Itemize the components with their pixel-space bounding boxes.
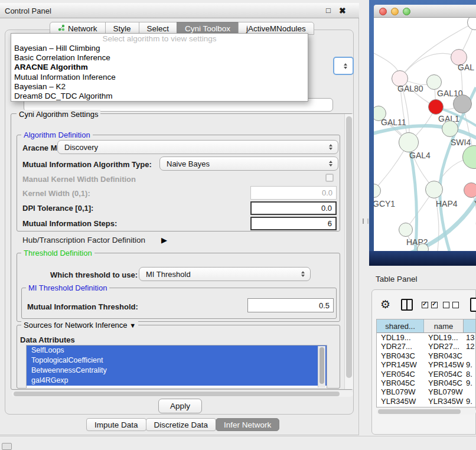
threshold-definition-title: Threshold Definition (21, 249, 94, 257)
table-cell: YBL079W (424, 387, 464, 396)
table-row[interactable]: YBL079WYBL079W (377, 387, 475, 396)
settings-hscrollbar[interactable] (12, 391, 353, 397)
attr-list-vscrollbar-thumb[interactable] (319, 347, 324, 384)
combo-stepper-icon (329, 144, 332, 150)
tab-impute-data[interactable]: Impute Data (86, 418, 146, 431)
tab-label: jActiveMNodules (246, 24, 306, 33)
network-node-gal10[interactable] (426, 74, 442, 90)
combo-stepper-icon (329, 161, 332, 167)
table-cell: 8. (464, 370, 475, 379)
node-label-gcy1: GCY1 (374, 199, 395, 208)
network-node[interactable] (453, 94, 472, 113)
node-table[interactable]: shared... name YDL19...YDL19...13YDR27..… (376, 319, 476, 407)
settings-hscrollbar-thumb[interactable] (14, 392, 340, 396)
attribute-item-betweennesscentrality[interactable]: BetweennessCentrality (27, 366, 327, 376)
deselect-all-checkboxes-icon[interactable] (443, 302, 459, 308)
table-row[interactable]: YBR045CYBR045C9. (377, 379, 475, 387)
algorithm-option-aracne-algorithm[interactable]: ARACNE Algorithm (11, 63, 308, 72)
network-node-gal4[interactable] (399, 132, 419, 152)
manual-kernel-label: Manual Kernel Width Definition (22, 175, 136, 184)
settings-vscrollbar[interactable] (344, 114, 353, 389)
table-hscrollbar-thumb[interactable] (378, 409, 461, 414)
collapsed-panel-button[interactable] (2, 443, 12, 450)
attribute-item-gal4rgexp[interactable]: gal4RGexp (27, 376, 327, 386)
dpi-tolerance-input[interactable]: 0.0 (250, 201, 337, 215)
tab-discretize-data[interactable]: Discretize Data (146, 418, 217, 431)
network-icon (58, 24, 65, 33)
network-window-titlebar[interactable] (374, 5, 476, 18)
network-node[interactable] (417, 243, 429, 251)
attribute-item-topologicalcoefficient[interactable]: TopologicalCoefficient (27, 356, 327, 366)
gear-icon[interactable]: ⚙ (380, 299, 390, 310)
focused-spinner[interactable] (333, 57, 354, 75)
table-cell: YBL079W (377, 387, 424, 396)
algorithm-option-bayesian-hill-climbing[interactable]: Bayesian – Hill Climbing (11, 44, 308, 53)
network-node[interactable] (442, 120, 458, 137)
kernel-width-input[interactable]: 0.0 (250, 186, 337, 200)
column-header-extra[interactable] (464, 319, 475, 333)
table-row[interactable]: YER054CYER054C8. (377, 370, 475, 379)
which-threshold-label: Which threshold to use: (50, 270, 138, 279)
table-row[interactable]: YDR27...YDR27...12 (377, 342, 475, 351)
network-node-gal1[interactable] (428, 99, 444, 115)
cyni-bottom-tabs: Impute DataDiscretize DataInfer Network (86, 418, 279, 431)
algorithm-option-basic-correlation-inference[interactable]: Basic Correlation Inference (11, 53, 308, 63)
mi-type-select[interactable]: Naive Bayes (159, 156, 338, 171)
combo-stepper-icon (301, 271, 305, 277)
table-cell: YDR27... (377, 342, 424, 351)
algorithm-option-bayesian-k2[interactable]: Bayesian – K2 (11, 82, 308, 92)
bottom-strip (0, 436, 476, 450)
network-node-hap4[interactable] (425, 181, 443, 198)
table-row[interactable]: YIL052CYIL052C9. (377, 406, 475, 407)
table-cell: YER054C (377, 370, 424, 379)
table-hscrollbar[interactable] (376, 408, 476, 415)
control-panel-titlebar (0, 3, 359, 18)
document-icon[interactable] (470, 298, 476, 312)
table-row[interactable]: YDL19...YDL19...13 (377, 333, 475, 342)
collapse-arrow-icon[interactable]: ▼ (129, 322, 136, 329)
table-panel-title: Table Panel (376, 275, 418, 283)
table-row[interactable]: YLR345WYLR345W9. (377, 397, 475, 406)
column-header-name[interactable]: name (424, 319, 464, 333)
algorithm-option-mutual-information-inference[interactable]: Mutual Information Inference (11, 73, 308, 82)
network-node-y[interactable] (464, 182, 476, 198)
select-all-checkboxes-icon[interactable] (422, 302, 438, 308)
network-canvas[interactable]: GALGAL80GAL10GAL1GAL11GAL4SWI4GCY1HAP4YH… (374, 18, 476, 251)
mac-zoom-icon[interactable] (403, 8, 410, 15)
table-cell: 12 (464, 342, 475, 351)
algorithm-option-dream8-dc-tdc-algorithm[interactable]: Dream8 DC_TDC Algorithm (11, 92, 308, 101)
table-cell: 9. (464, 406, 475, 407)
column-header-shared[interactable]: shared... (377, 319, 424, 333)
expand-arrow-icon[interactable]: ▶ (161, 236, 167, 244)
close-window-icon[interactable]: ✖ (339, 6, 346, 15)
mac-close-icon[interactable] (379, 8, 387, 15)
which-threshold-value: MI Threshold (146, 270, 191, 279)
table-cell (464, 351, 475, 360)
mi-threshold-input[interactable]: 0.5 (247, 298, 334, 312)
float-window-icon[interactable]: □ (326, 6, 331, 15)
tab-infer-network[interactable]: Infer Network (216, 418, 279, 431)
aracne-mode-select[interactable]: Discovery (57, 140, 338, 154)
panel-divider-grip[interactable] (363, 219, 369, 224)
table-cell: YER054C (424, 370, 464, 379)
table-cell: YBR043C (377, 351, 424, 360)
table-cell: YDL19... (377, 333, 424, 342)
table-row[interactable]: YPR145WYPR145W9. (377, 360, 475, 369)
settings-vscrollbar-thumb[interactable] (346, 116, 352, 378)
table-cell: YBR043C (424, 351, 464, 360)
which-threshold-select[interactable]: MI Threshold (139, 267, 311, 281)
table-row[interactable]: YBR043CYBR043C (377, 351, 475, 360)
sources-group-title[interactable]: Sources for Network Inference ▼ (21, 321, 138, 330)
apply-button[interactable]: Apply (158, 399, 202, 413)
columns-icon[interactable] (401, 299, 413, 311)
attribute-item-selfloops[interactable]: SelfLoops (27, 345, 327, 356)
table-cell: 9. (464, 379, 475, 387)
mac-minimize-icon[interactable] (391, 8, 399, 15)
network-node-hap2[interactable] (399, 223, 413, 237)
mi-steps-label: Mutual Information Steps: (22, 219, 117, 228)
hub-definition-label[interactable]: Hub/Transcription Factor Definition (22, 236, 145, 244)
manual-kernel-checkbox[interactable] (325, 174, 334, 182)
mi-steps-input[interactable]: 6 (250, 217, 337, 230)
data-attributes-list: SelfLoopsTopologicalCoefficientBetweenne… (26, 345, 327, 389)
attr-list-vscrollbar[interactable] (318, 346, 325, 387)
